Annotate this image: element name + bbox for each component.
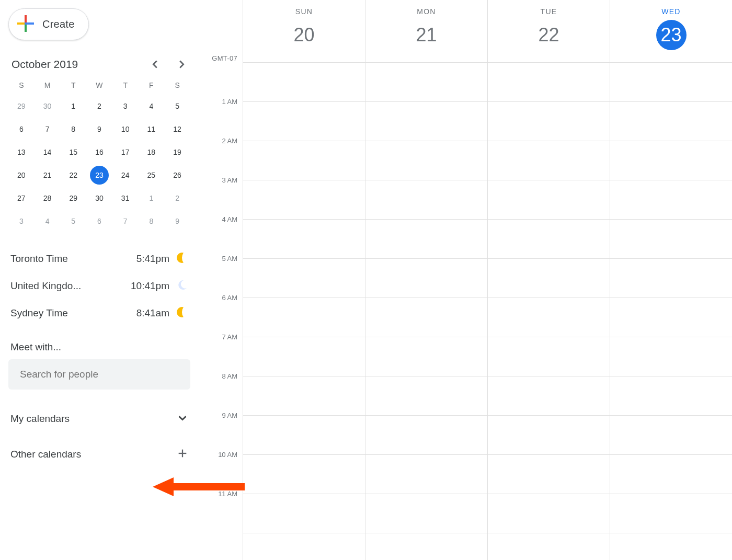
search-people-input[interactable] <box>8 359 190 390</box>
minical-day[interactable]: 15 <box>60 141 86 164</box>
svg-rect-2 <box>17 22 25 25</box>
minical-day[interactable]: 14 <box>35 141 61 164</box>
minical-day[interactable]: 6 <box>8 118 35 141</box>
other-calendars-label: Other calendars <box>10 449 81 460</box>
day-header[interactable]: TUE22 <box>487 0 610 62</box>
day-number[interactable]: 23 <box>656 20 687 50</box>
minical-day[interactable]: 21 <box>35 164 61 187</box>
minical-dow: T <box>60 77 86 95</box>
minical-day[interactable]: 23 <box>86 164 112 187</box>
minical-day[interactable]: 26 <box>164 164 190 187</box>
day-number[interactable]: 21 <box>411 20 442 50</box>
hour-label: 8 AM <box>199 372 243 380</box>
minical-day[interactable]: 29 <box>8 95 35 118</box>
minical-day[interactable]: 9 <box>164 210 190 233</box>
minical-day[interactable]: 7 <box>112 210 139 233</box>
minical-day[interactable]: 5 <box>164 95 190 118</box>
minical-dow: W <box>86 77 112 95</box>
minical-day[interactable]: 8 <box>60 118 86 141</box>
timezone-label: GMT-07 <box>199 54 243 62</box>
day-separator <box>487 63 488 560</box>
minical-day[interactable]: 4 <box>139 95 165 118</box>
mini-calendar: SMTWTFS 29301234567891011121314151617181… <box>8 77 190 233</box>
create-button-label: Create <box>42 18 75 30</box>
day-header[interactable]: SUN20 <box>243 0 365 62</box>
hour-label: 3 AM <box>199 176 243 184</box>
minical-day[interactable]: 9 <box>86 118 112 141</box>
minical-day[interactable]: 30 <box>35 95 61 118</box>
minical-dow: S <box>164 77 190 95</box>
minical-day[interactable]: 2 <box>86 95 112 118</box>
minical-day[interactable]: 24 <box>112 164 139 187</box>
world-clock-name: Toronto Time <box>10 253 136 265</box>
hour-label: 2 AM <box>199 137 243 145</box>
minical-day[interactable]: 19 <box>164 141 190 164</box>
minical-day[interactable]: 18 <box>139 141 165 164</box>
minical-day[interactable]: 2 <box>164 187 190 210</box>
world-clock-time: 10:41pm <box>131 280 169 292</box>
minical-day[interactable]: 3 <box>8 210 35 233</box>
sun-icon <box>176 306 188 321</box>
world-clock-name: United Kingdo... <box>10 280 131 292</box>
minical-day[interactable]: 7 <box>35 118 61 141</box>
chevron-down-icon <box>177 412 188 426</box>
hour-grid[interactable] <box>243 63 732 560</box>
day-separator <box>243 63 243 560</box>
day-header[interactable]: MON21 <box>365 0 487 62</box>
hour-label: 6 AM <box>199 294 243 302</box>
minical-dow: S <box>8 77 35 95</box>
minical-day[interactable]: 8 <box>139 210 165 233</box>
day-number[interactable]: 22 <box>534 20 564 50</box>
hour-label: 5 AM <box>199 255 243 262</box>
moon-icon <box>176 279 188 294</box>
minical-day[interactable]: 28 <box>35 187 61 210</box>
day-of-week-label: MON <box>365 7 487 16</box>
world-clock-row: Toronto Time5:41pm <box>10 245 188 272</box>
minical-day[interactable]: 10 <box>112 118 139 141</box>
minical-day[interactable]: 31 <box>112 187 139 210</box>
minical-day[interactable]: 17 <box>112 141 139 164</box>
minical-day[interactable]: 12 <box>164 118 190 141</box>
minical-day[interactable]: 25 <box>139 164 165 187</box>
minical-day[interactable]: 22 <box>60 164 86 187</box>
minical-day[interactable]: 1 <box>139 187 165 210</box>
minical-month-title: October 2019 <box>12 58 78 71</box>
minical-next-button[interactable] <box>176 59 187 70</box>
minical-day[interactable]: 1 <box>60 95 86 118</box>
minical-dow: M <box>35 77 61 95</box>
minical-day[interactable]: 3 <box>112 95 139 118</box>
minical-day[interactable]: 5 <box>60 210 86 233</box>
day-of-week-label: TUE <box>488 7 610 16</box>
minical-day[interactable]: 13 <box>8 141 35 164</box>
meet-with-label: Meet with... <box>10 341 188 353</box>
day-header[interactable]: WED23 <box>610 0 732 62</box>
add-other-calendar-button[interactable] <box>177 448 188 462</box>
minical-day[interactable]: 11 <box>139 118 165 141</box>
world-clock-row: Sydney Time8:41am <box>10 300 188 327</box>
hour-label: 9 AM <box>199 412 243 419</box>
world-clock-row: United Kingdo...10:41pm <box>10 272 188 300</box>
day-separator <box>365 63 365 560</box>
minical-day[interactable]: 27 <box>8 187 35 210</box>
hour-label: 7 AM <box>199 333 243 341</box>
my-calendars-label: My calendars <box>10 413 70 425</box>
create-button[interactable]: Create <box>8 8 89 40</box>
day-of-week-label: WED <box>610 7 732 16</box>
world-clock-time: 8:41am <box>136 307 169 319</box>
my-calendars-header[interactable]: My calendars <box>8 407 190 430</box>
minical-day[interactable]: 16 <box>86 141 112 164</box>
svg-rect-0 <box>25 15 27 22</box>
world-clocks: Toronto Time5:41pmUnited Kingdo...10:41p… <box>8 245 190 327</box>
svg-rect-4 <box>25 22 27 25</box>
sun-icon <box>176 252 188 267</box>
minical-prev-button[interactable] <box>150 59 161 70</box>
minical-day[interactable]: 4 <box>35 210 61 233</box>
day-of-week-label: SUN <box>243 7 365 16</box>
day-number[interactable]: 20 <box>289 20 319 50</box>
hour-label: 11 AM <box>199 490 243 498</box>
minical-day[interactable]: 6 <box>86 210 112 233</box>
minical-day[interactable]: 20 <box>8 164 35 187</box>
world-clock-time: 5:41pm <box>136 253 169 265</box>
minical-day[interactable]: 30 <box>86 187 112 210</box>
minical-day[interactable]: 29 <box>60 187 86 210</box>
